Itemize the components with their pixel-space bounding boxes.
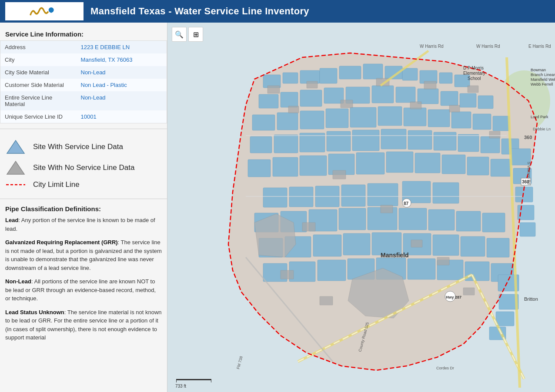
info-field-value: 10001 [77,110,167,123]
info-field-label: Unique Service Line ID [0,110,77,123]
divider-2 [0,199,167,199]
svg-rect-16 [402,68,418,80]
svg-rect-69 [263,188,287,207]
svg-rect-124 [320,296,333,305]
svg-marker-2 [7,161,24,174]
svg-rect-121 [281,270,294,279]
svg-rect-62 [491,159,511,176]
sidebar: Service Line Information: Address1223 E … [0,23,167,392]
main-layout: Service Line Information: Address1223 E … [0,23,555,392]
svg-text:W Harris Rd: W Harris Rd [420,44,443,49]
svg-rect-118 [411,240,422,247]
legend-section: Site With Service Line Data Site With No… [0,132,167,196]
svg-text:Britton: Britton [524,296,538,302]
svg-rect-123 [463,288,475,295]
info-field-value: Mansfield, TX 76063 [77,53,167,66]
info-field-value: Non Lead - Plastic [77,79,167,91]
svg-text:School: School [468,76,481,81]
search-icon: 🔍 [175,30,184,39]
svg-rect-47 [381,129,406,149]
info-table-row: Entire Service Line MaterialNon-Lead [0,91,167,110]
info-table-row: Address1223 E DEBBIE LN [0,41,167,54]
svg-rect-112 [341,100,353,108]
svg-rect-82 [343,233,370,255]
svg-rect-63 [368,183,398,206]
svg-rect-37 [404,108,426,126]
svg-rect-86 [461,236,485,256]
search-button[interactable]: 🔍 [172,27,187,42]
divider-1 [0,129,167,129]
svg-rect-104 [496,312,514,326]
svg-rect-160 [211,379,211,382]
svg-rect-13 [339,66,361,79]
svg-rect-77 [456,211,481,231]
info-field-value: Non-Lead [77,66,167,79]
svg-rect-114 [449,105,460,112]
svg-rect-60 [442,155,465,174]
svg-rect-29 [460,93,476,107]
svg-rect-31 [252,115,275,130]
service-line-info-table: Address1223 E DEBBIE LNCityMansfield, TX… [0,40,167,123]
svg-text:Mansfield: Mansfield [381,252,409,259]
map-area: 🔍 ⊞ [167,23,555,392]
info-field-label: Entire Service Line Material [0,91,77,110]
svg-rect-59 [415,153,440,173]
info-field-value: Non-Lead [77,91,167,110]
definitions-section: Pipe Classification Definitions: Lead: A… [0,202,167,351]
svg-rect-51 [481,136,500,153]
qr-button[interactable]: ⊞ [188,27,203,42]
svg-marker-1 [7,140,24,153]
svg-rect-75 [399,208,427,230]
svg-rect-40 [473,114,491,130]
svg-rect-73 [339,208,366,230]
svg-rect-109 [424,81,436,89]
svg-text:Mansfield Webb-: Mansfield Webb- [531,77,555,82]
svg-rect-90 [318,260,346,281]
svg-rect-81 [313,235,341,256]
svg-rect-110 [468,86,478,93]
svg-rect-95 [465,262,489,281]
info-field-label: City [0,53,77,66]
svg-text:87: 87 [404,201,409,206]
map-svg: W Harris Rd W Harris Rd E Harris Rd 360 … [167,23,555,392]
svg-text:D P Morris: D P Morris [463,66,484,70]
svg-text:360: 360 [524,135,532,140]
svg-rect-14 [363,64,383,79]
qr-icon: ⊞ [193,30,199,39]
svg-rect-76 [428,209,455,230]
svg-rect-115 [489,131,500,138]
svg-rect-30 [478,96,493,109]
info-field-label: City Side Material [0,66,77,79]
definition-term: Lead Status Unknown [5,309,64,316]
svg-rect-53 [248,159,271,177]
svg-rect-43 [274,135,298,153]
svg-rect-159 [176,379,177,382]
svg-text:Bowman: Bowman [531,68,546,72]
svg-rect-61 [467,157,489,175]
svg-rect-39 [451,112,471,128]
svg-rect-54 [273,157,298,176]
svg-rect-34 [326,109,348,128]
definition-term: Non-Lead [5,278,31,285]
legend-blue-square-icon [5,139,26,155]
definition-item: Lead: Any portion of the service line is… [5,216,162,233]
svg-rect-101 [520,223,535,236]
svg-rect-28 [441,91,458,106]
svg-rect-58 [386,152,413,173]
legend-no-service-line-data-label: Site With No Service Line Data [33,163,134,172]
svg-text:Hwy 287: Hwy 287 [446,295,461,299]
info-field-label: Customer Side Material [0,79,77,91]
svg-rect-38 [428,110,450,127]
svg-text:Cordes Dr: Cordes Dr [436,366,454,370]
svg-rect-158 [176,379,211,380]
svg-text:Branch Linear: Branch Linear [531,73,555,77]
svg-text:W Harris Rd: W Harris Rd [476,44,500,49]
definition-item: Lead Status Unknown: The service line ma… [5,308,162,342]
legend-item-city-limit: City Limit Line [5,180,162,189]
svg-rect-117 [381,205,393,213]
svg-text:Debbie Ln: Debbie Ln [533,127,551,131]
svg-rect-111 [288,106,299,113]
svg-text:E Harris Rd: E Harris Rd [528,44,551,49]
svg-rect-116 [333,170,346,179]
definition-item: Non-Lead: All portions of the service li… [5,277,162,303]
